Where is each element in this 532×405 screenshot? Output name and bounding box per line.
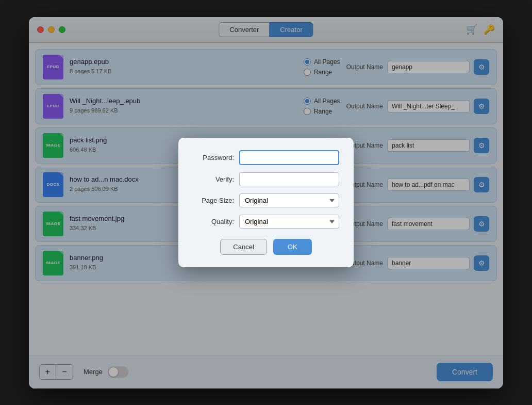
main-window: Converter Creator 🛒 🔑 EPUB genapp.epub 8… bbox=[29, 17, 503, 388]
password-label: Password: bbox=[193, 154, 234, 161]
page-size-select[interactable]: Original A4 Letter Legal bbox=[239, 193, 339, 207]
verify-label: Verify: bbox=[193, 175, 234, 183]
password-input[interactable] bbox=[239, 150, 339, 165]
quality-row: Quality: Original High Medium Low bbox=[193, 215, 339, 229]
modal-cancel-button[interactable]: Cancel bbox=[220, 239, 267, 255]
quality-select[interactable]: Original High Medium Low bbox=[239, 215, 339, 229]
modal-buttons: Cancel OK bbox=[193, 239, 339, 255]
page-size-row: Page Size: Original A4 Letter Legal bbox=[193, 193, 339, 207]
quality-label: Quality: bbox=[193, 218, 234, 225]
page-size-label: Page Size: bbox=[193, 197, 234, 204]
password-modal: Password: Verify: Page Size: Original A4… bbox=[178, 138, 354, 267]
verify-input[interactable] bbox=[239, 172, 339, 186]
modal-ok-button[interactable]: OK bbox=[273, 239, 312, 255]
verify-row: Verify: bbox=[193, 172, 339, 186]
modal-overlay: Password: Verify: Page Size: Original A4… bbox=[29, 17, 503, 388]
password-row: Password: bbox=[193, 150, 339, 165]
